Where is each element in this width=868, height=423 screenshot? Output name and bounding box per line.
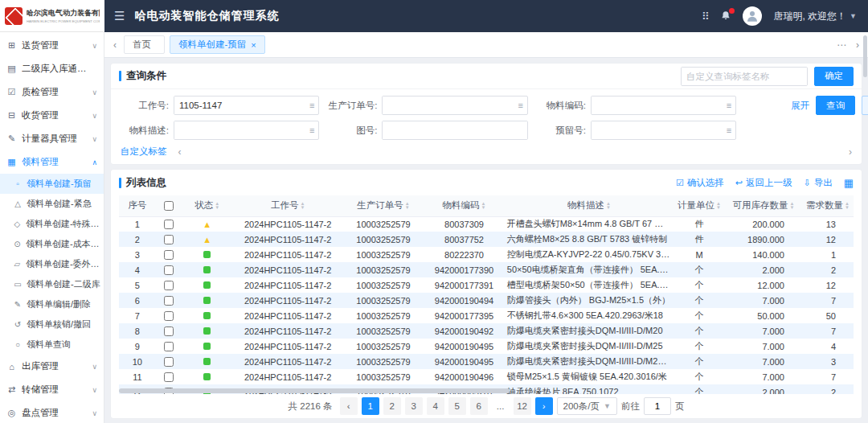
expand-link[interactable]: 展开: [791, 96, 809, 115]
tabs-more-icon[interactable]: ⋯: [834, 39, 849, 51]
sort-icon[interactable]: ▲▼: [845, 202, 850, 210]
search-button[interactable]: 查询: [816, 96, 855, 115]
row-checkbox[interactable]: [164, 296, 174, 306]
page-button[interactable]: 3: [405, 397, 423, 415]
sidebar-subitem[interactable]: 领料单创建-委外组件: [0, 254, 104, 274]
table-row[interactable]: 6 2024HPC1105-1147-2 10003252579 9420001…: [119, 293, 854, 308]
menu-collapse-icon[interactable]: ☰: [114, 9, 125, 23]
sidebar-item-material-management[interactable]: 领料管理: [0, 150, 104, 174]
page-button[interactable]: ...: [492, 397, 510, 415]
page-size-select[interactable]: 200条/页 ▼: [557, 397, 617, 415]
table-row[interactable]: 7 2024HPC1105-1147-2 10003252579 9420001…: [119, 308, 854, 323]
table-row[interactable]: 4 2024HPC1105-1147-2 10003252579 9420001…: [119, 262, 854, 277]
table-row[interactable]: 2 2024HPC1105-1147-2 10003252579 8003775…: [119, 232, 854, 247]
table-row[interactable]: 11 2024HPC1105-1147-2 10003252579 942000…: [119, 369, 854, 384]
sidebar-item[interactable]: 盘点管理: [0, 401, 104, 423]
sidebar-subitem[interactable]: 领料单核销/撤回: [0, 314, 104, 335]
reset-button[interactable]: 重置: [862, 96, 868, 115]
sidebar-item[interactable]: 送货管理: [0, 34, 104, 57]
fullscreen-icon[interactable]: ⠿: [702, 10, 710, 23]
custom-tag-link[interactable]: 自定义标签: [121, 146, 167, 158]
row-checkbox[interactable]: [164, 357, 174, 367]
list-select-icon[interactable]: ≡: [725, 125, 735, 135]
list-select-icon[interactable]: ≡: [725, 101, 735, 110]
material-desc-input[interactable]: [174, 121, 308, 139]
sidebar-subitem[interactable]: 领料单创建-特殊项目: [0, 214, 104, 234]
list-select-icon[interactable]: ≡: [308, 101, 318, 110]
material-code-input[interactable]: [592, 97, 725, 114]
sidebar-item[interactable]: 转储管理: [0, 378, 104, 401]
table-row[interactable]: 8 2024HPC1105-1147-2 10003252579 9420001…: [119, 323, 854, 339]
table-row[interactable]: 9 2024HPC1105-1147-2 10003252579 9420001…: [119, 339, 854, 354]
column-settings-icon[interactable]: ▦: [844, 177, 854, 189]
row-checkbox[interactable]: [164, 281, 174, 290]
drawing-no-input[interactable]: [383, 121, 526, 139]
close-icon[interactable]: [251, 40, 256, 50]
table-row[interactable]: 5 2024HPC1105-1147-2 10003252579 9420001…: [119, 277, 854, 293]
table-row[interactable]: 10 2024HPC1105-1147-2 10003252579 942000…: [119, 354, 854, 369]
notification-bell-icon[interactable]: [720, 10, 731, 22]
tags-scroll-left-icon[interactable]: ‹: [178, 146, 182, 158]
sidebar-subitem[interactable]: 领料单查询: [0, 335, 104, 355]
page-button[interactable]: 6: [470, 397, 488, 415]
page-button[interactable]: 5: [448, 397, 466, 415]
custom-tag-name-input[interactable]: [682, 68, 807, 85]
row-checkbox[interactable]: [164, 311, 174, 321]
sidebar-item[interactable]: 计量器具管理: [0, 127, 104, 150]
table-row[interactable]: 1 2024HPC1105-1147-2 10003252579 8003730…: [119, 216, 854, 232]
sidebar-subitem[interactable]: 领料单创建-紧急: [0, 194, 104, 214]
sidebar-item[interactable]: 质检管理: [0, 80, 104, 104]
sidebar-subitem[interactable]: 领料单创建-成本中心: [0, 234, 104, 254]
data-table: 序号 状态▲▼ 工作号▲▼ 生产订单号▲▼ 物料编码▲▼ 物料描述▲▼ 计量单位…: [119, 195, 854, 394]
back-button[interactable]: ↩返回上一级: [735, 177, 792, 189]
page-button[interactable]: 1: [362, 397, 379, 415]
row-checkbox[interactable]: [164, 250, 174, 260]
sidebar-item[interactable]: 收货管理: [0, 104, 104, 127]
table-row[interactable]: 3 2024HPC1105-1147-2 10003252579 8022237…: [119, 247, 854, 262]
list-select-icon[interactable]: ≡: [516, 101, 526, 110]
order-no-input[interactable]: [383, 97, 516, 114]
sort-icon[interactable]: ▲▼: [481, 202, 486, 210]
sidebar-subitem[interactable]: 领料单创建-预留: [0, 174, 104, 194]
page-button[interactable]: 12: [514, 397, 531, 415]
row-checkbox[interactable]: [164, 342, 174, 351]
confirm-button[interactable]: 确定: [814, 67, 854, 86]
vertical-scrollbar[interactable]: [863, 35, 867, 77]
sort-icon[interactable]: ▲▼: [716, 202, 721, 210]
sort-icon[interactable]: ▲▼: [606, 202, 611, 210]
row-checkbox[interactable]: [164, 326, 174, 336]
horizontal-scrollbar[interactable]: [119, 388, 510, 393]
cell-stock-qty: 7.000: [725, 354, 802, 369]
goto-page-input[interactable]: [644, 397, 671, 415]
page-button[interactable]: 4: [427, 397, 444, 415]
sort-icon[interactable]: ▲▼: [215, 202, 219, 210]
prev-page-button[interactable]: ‹: [340, 397, 358, 415]
select-all-checkbox[interactable]: [164, 201, 174, 211]
sidebar-subitem[interactable]: 领料单创建-二级库: [0, 274, 104, 294]
sidebar-item[interactable]: 二级库入库通知单: [0, 57, 104, 80]
tags-scroll-right-icon[interactable]: ›: [849, 146, 852, 158]
export-button[interactable]: ⇩导出: [803, 177, 832, 189]
sidebar-item[interactable]: 出库管理: [0, 355, 104, 378]
sidebar-subitem[interactable]: 领料单编辑/删除: [0, 294, 104, 314]
tabs-scroll-right-icon[interactable]: ›: [854, 39, 862, 51]
next-page-button[interactable]: ›: [535, 397, 553, 415]
row-checkbox[interactable]: [164, 372, 174, 382]
user-menu[interactable]: 唐瑞明, 欢迎您！ ▼: [773, 10, 857, 23]
sort-icon[interactable]: ▲▼: [300, 202, 305, 210]
tabs-scroll-left-icon[interactable]: ‹: [111, 39, 119, 51]
row-checkbox[interactable]: [164, 265, 174, 275]
row-checkbox[interactable]: [164, 235, 174, 244]
sort-icon[interactable]: ▲▼: [405, 202, 410, 210]
tab[interactable]: 首页: [124, 35, 165, 54]
confirm-select-button[interactable]: ☑确认选择: [676, 177, 724, 189]
user-avatar[interactable]: [743, 6, 762, 26]
tab[interactable]: 领料单创建-预留: [170, 35, 265, 54]
cell-unit: 件: [674, 232, 725, 247]
reserve-no-input[interactable]: [592, 121, 725, 139]
row-checkbox[interactable]: [164, 220, 174, 229]
work-no-input[interactable]: [174, 97, 308, 114]
page-button[interactable]: 2: [383, 397, 401, 415]
sort-icon[interactable]: ▲▼: [790, 202, 795, 210]
list-select-icon[interactable]: ≡: [308, 125, 318, 135]
